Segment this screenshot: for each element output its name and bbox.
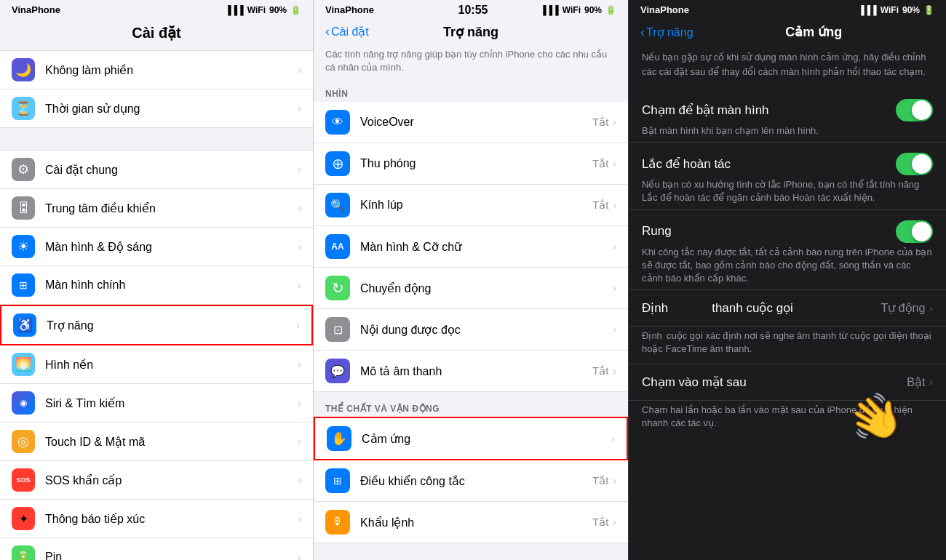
settings-item-sos[interactable]: SOS SOS khẩn cấp › — [0, 461, 313, 500]
back-button-2[interactable]: ‹ Cài đặt — [325, 24, 369, 39]
settings-item-cai-dat-chung[interactable]: ⚙ Cài đặt chung › — [0, 150, 313, 189]
item-label: Pin — [45, 551, 298, 560]
wifi-icon-3: WiFi — [881, 5, 899, 15]
rung-row: Rung — [642, 220, 933, 243]
signal-icon-3: ▐▐▐ — [858, 5, 877, 15]
item-label: Cài đặt chung — [45, 163, 298, 177]
time-1: 10:55 — [458, 4, 488, 17]
item-label: SOS khẩn cấp — [45, 473, 298, 487]
chevron-icon: › — [613, 475, 616, 487]
item-label: Nội dung được đọc — [360, 323, 613, 337]
settings-item-man-hinh-chinh[interactable]: ⊞ Màn hình chính › — [0, 266, 313, 305]
settings-group-1: 🌙 Không làm phiền › ⏳ Thời gian sử dụng … — [0, 50, 313, 128]
tro-item-voiceover[interactable]: 👁 VoiceOver Tắt › — [314, 102, 628, 143]
dinh-tuyen-block: Địnhthanh cuộc gọi Tự động › Địnhtuyen c… — [629, 290, 946, 363]
tro-item-cam-ung[interactable]: ✋ Cảm ứng › — [314, 417, 628, 460]
tro-nang-panel: VinaPhone 10:55 ▐▐▐ WiFi 90% 🔋 ‹ Cài đặt… — [313, 0, 628, 560]
back-label-3: Trợ năng — [646, 25, 693, 39]
item-label: VoiceOver — [360, 116, 592, 129]
settings-item-trung-tam[interactable]: 🎛 Trung tâm điều khiển › — [0, 189, 313, 228]
item-label: Siri & Tìm kiếm — [45, 396, 298, 410]
cham-bat-label: Chạm để bật màn hình — [642, 103, 769, 118]
chevron-icon: › — [929, 303, 933, 314]
settings-item-thoi-gian[interactable]: ⏳ Thời gian sử dụng › — [0, 89, 313, 128]
back-button-3[interactable]: ‹ Trợ năng — [640, 25, 693, 40]
settings-item-hinh-nen[interactable]: 🌅 Hình nền › — [0, 345, 313, 384]
rung-toggle[interactable] — [896, 220, 933, 243]
chevron-icon: › — [613, 282, 616, 294]
carrier-2: VinaPhone — [325, 4, 374, 15]
cham-mat-sau-sub: Chạm hai lần hoặc ba lần vào mặt sau của… — [629, 401, 946, 437]
item-label: Thông báo tiếp xúc — [45, 512, 298, 526]
tro-item-dieu-khien[interactable]: ⊞ Điều khiển công tắc Tắt › — [314, 460, 628, 502]
tro-item-kinh-lup[interactable]: 🔍 Kính lúp Tắt › — [314, 185, 628, 226]
item-label: Trợ năng — [47, 319, 296, 332]
cham-mat-sau-link[interactable]: Chạm vào mặt sau Bật › — [629, 364, 946, 401]
lac-hoan-tac-sub: Nếu bạn có xu hướng tình cờ lắc iPhone, … — [642, 178, 933, 204]
cham-bat-block: Chạm để bật màn hình Bật màn hình khi bạ… — [629, 89, 946, 143]
panel3-title: Cảm ứng — [693, 24, 934, 40]
cham-bat-toggle[interactable] — [896, 99, 933, 121]
panel1-title: Cài đặt — [0, 18, 313, 50]
content-icon: ⊡ — [325, 317, 350, 342]
settings-item-pin[interactable]: 🔋 Pin › — [0, 538, 313, 560]
wifi-icon: WiFi — [247, 5, 266, 15]
settings-item-siri[interactable]: ◉ Siri & Tìm kiếm › — [0, 384, 313, 423]
dinh-tuyen-link[interactable]: Địnhthanh cuộc gọi Tự động › — [629, 290, 946, 327]
siri-icon: ◉ — [12, 391, 35, 415]
nav-bar-3: ‹ Trợ năng Cảm ứng — [629, 18, 946, 43]
item-label: Thời gian sử dụng — [45, 102, 298, 116]
settings-item-thong-bao[interactable]: ✦ Thông báo tiếp xúc › — [0, 500, 313, 538]
caption-icon: 💬 — [325, 359, 350, 383]
separator — [0, 128, 313, 150]
cham-bat-row: Chạm để bật màn hình — [642, 99, 933, 121]
chevron-icon: › — [613, 516, 616, 528]
cham-mat-sau-block: Chạm vào mặt sau Bật › Chạm hai lần hoặc… — [629, 364, 946, 437]
lac-hoan-tac-toggle[interactable] — [896, 153, 933, 175]
cam-ung-panel: VinaPhone 10:55 ▐▐▐ WiFi 90% 🔋 ‹ Trợ năn… — [628, 0, 946, 560]
cham-mat-sau-label: Chạm vào mặt sau — [642, 375, 747, 390]
notify-icon: ✦ — [12, 507, 35, 530]
back-label-2: Cài đặt — [331, 25, 369, 39]
item-value: Tắt — [592, 199, 608, 212]
chevron-icon: › — [298, 202, 301, 214]
item-label: Trung tâm điều khiển — [45, 201, 298, 215]
cham-mat-sau-right: Bật › — [907, 375, 933, 389]
tro-item-mo-ta[interactable]: 💬 Mô tả âm thanh Tắt › — [314, 351, 628, 392]
screen2-icon: AA — [325, 234, 350, 259]
tro-item-thu-phong[interactable]: ⊕ Thu phóng Tắt › — [314, 143, 628, 185]
settings-item-khong-lam-phien[interactable]: 🌙 Không làm phiền › — [0, 50, 313, 89]
item-value: Tắt — [592, 516, 608, 529]
chevron-icon: › — [298, 359, 301, 370]
lac-hoan-tac-row: Lắc để hoàn tác — [642, 153, 933, 175]
settings-item-man-hinh[interactable]: ☀ Màn hình & Độ sáng › — [0, 228, 313, 266]
chevron-icon: › — [298, 241, 301, 252]
screen-icon: ☀ — [12, 235, 35, 258]
tro-item-chuyen-dong[interactable]: ↻ Chuyển động › — [314, 268, 628, 309]
cham-bat-sub: Bật màn hình khi bạn chạm lên màn hình. — [642, 124, 933, 137]
voiceover-icon: 👁 — [325, 110, 350, 135]
sos-icon: SOS — [12, 468, 35, 492]
settings-item-touch-id[interactable]: ◎ Touch ID & Mật mã › — [0, 423, 313, 461]
tro-item-noi-dung[interactable]: ⊡ Nội dung được đọc › — [314, 309, 628, 351]
settings-item-tro-nang[interactable]: ♿ Trợ năng › — [0, 305, 313, 345]
back-chevron-icon-3: ‹ — [640, 25, 645, 40]
carrier-1: VinaPhone — [12, 4, 60, 15]
chevron-icon: › — [298, 64, 301, 76]
status-icons-2: ▐▐▐ WiFi 90% 🔋 — [540, 5, 616, 15]
battery-icon-2: 🔋 — [605, 5, 616, 15]
battery-icon-3: 🔋 — [923, 5, 934, 15]
signal-icon-2: ▐▐▐ — [540, 5, 559, 15]
dinh-tuyen-sub: Địnhtuyen cuộc gọi xác định nơi sẽ nghe … — [629, 327, 946, 363]
tro-item-khau-lenh[interactable]: 🎙 Khẩu lệnh Tắt › — [314, 502, 628, 543]
item-label: Kính lúp — [360, 199, 592, 212]
grid-icon: ⊞ — [12, 273, 35, 297]
rung-sub: Khi công tắc này được tắt, tất cả cảnh b… — [642, 246, 933, 286]
tro-item-man-hinh-co-chu[interactable]: AA Màn hình & Cỡ chữ › — [314, 226, 628, 268]
item-label: Màn hình chính — [45, 279, 298, 292]
status-icons-3: ▐▐▐ WiFi 90% 🔋 — [858, 5, 934, 15]
settings-group-2: ⚙ Cài đặt chung › 🎛 Trung tâm điều khiển… — [0, 150, 313, 560]
cam-description: Nếu bạn gặp sự cố khi sử dụng màn hình c… — [629, 43, 946, 89]
item-label: Touch ID & Mật mã — [45, 435, 298, 449]
chevron-icon: › — [613, 365, 616, 377]
